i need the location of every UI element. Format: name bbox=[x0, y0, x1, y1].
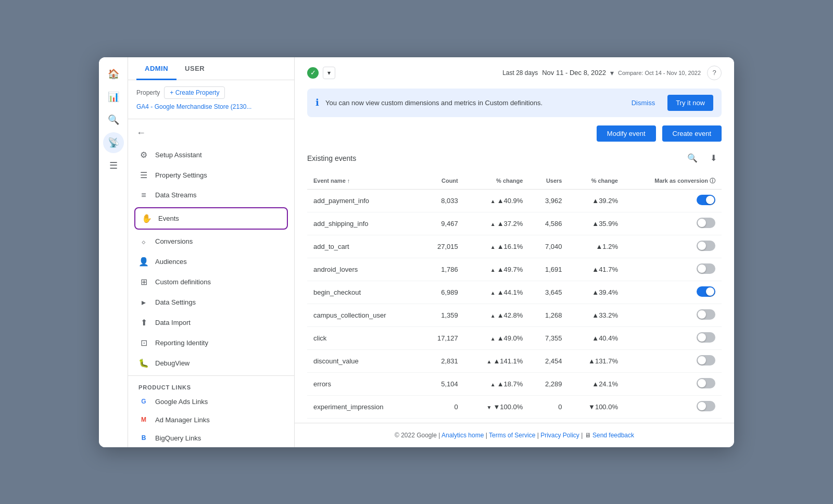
download-icon[interactable]: ⬇ bbox=[705, 150, 722, 167]
modify-event-button[interactable]: Modify event bbox=[597, 125, 656, 142]
conversion-toggle-cell[interactable] bbox=[624, 258, 722, 281]
nav-data-settings[interactable]: ▸ Data Settings bbox=[128, 292, 294, 312]
nav-custom-definitions[interactable]: ⊞ Custom definitions bbox=[128, 272, 294, 292]
events-section: Modify event Create event Existing event… bbox=[295, 121, 734, 423]
conversion-toggle-cell[interactable] bbox=[624, 326, 722, 349]
help-icon[interactable]: ? bbox=[707, 66, 722, 80]
arrow-down-icon: ▼ bbox=[487, 403, 500, 411]
count-cell: 1,786 bbox=[420, 258, 464, 281]
property-dropdown[interactable]: ▾ bbox=[323, 67, 335, 79]
property-label: Property bbox=[136, 89, 160, 96]
toggle-slider bbox=[697, 332, 715, 343]
table-row: begin_checkout 6,989 ▲44.1% 3,645 ▲39.4% bbox=[307, 281, 722, 304]
explore-icon[interactable]: 🔍 bbox=[103, 109, 124, 130]
toggle-slider bbox=[697, 401, 715, 411]
arrow-up-icon: ▲ bbox=[490, 266, 504, 273]
col-conversion: Mark as conversion ⓘ bbox=[624, 173, 722, 190]
conversion-toggle[interactable] bbox=[697, 378, 715, 388]
reports-icon[interactable]: 📊 bbox=[103, 86, 124, 107]
conversion-toggle[interactable] bbox=[697, 218, 715, 228]
conversion-toggle[interactable] bbox=[697, 332, 715, 343]
nav-bigquery-links[interactable]: B BigQuery Links bbox=[128, 429, 294, 447]
table-row: discount_value 2,831 ▲141.1% 2,454 ▲131.… bbox=[307, 349, 722, 372]
arrow-up-icon: ▲ bbox=[592, 311, 599, 319]
conversion-toggle-cell[interactable] bbox=[624, 349, 722, 372]
configure-icon[interactable]: ☰ bbox=[103, 155, 124, 176]
col-change: % change bbox=[464, 173, 529, 190]
change-cell: ▲37.2% bbox=[464, 212, 529, 235]
advertising-icon[interactable]: 📡 bbox=[103, 132, 124, 153]
create-property-button[interactable]: + Create Property bbox=[164, 86, 225, 99]
home-icon[interactable]: 🏠 bbox=[103, 64, 124, 84]
arrow-up-icon: ▲ bbox=[592, 380, 599, 388]
conversion-toggle[interactable] bbox=[697, 355, 715, 366]
nav-data-streams[interactable]: ≡ Data Streams bbox=[128, 185, 294, 205]
back-button[interactable]: ← bbox=[128, 121, 294, 145]
nav-bigquery-label: BigQuery Links bbox=[155, 434, 201, 442]
table-row: errors 5,104 ▲18.7% 2,289 ▲24.1% bbox=[307, 372, 722, 395]
nav-conversions[interactable]: ⬦ Conversions bbox=[128, 232, 294, 251]
tab-admin[interactable]: ADMIN bbox=[136, 57, 176, 80]
date-range-label: Last 28 days bbox=[502, 69, 538, 77]
conversion-toggle-cell[interactable] bbox=[624, 372, 722, 395]
arrow-up-icon: ▲ bbox=[592, 197, 599, 205]
nav-property-settings[interactable]: ☰ Property Settings bbox=[128, 165, 294, 185]
nav-ad-manager-links[interactable]: M Ad Manager Links bbox=[128, 411, 294, 429]
divider bbox=[128, 119, 294, 119]
side-nav: 🏠 📊 🔍 📡 ☰ bbox=[99, 57, 128, 447]
nav-debug-view[interactable]: 🐛 DebugView bbox=[128, 353, 294, 373]
data-import-icon: ⬆ bbox=[138, 318, 149, 327]
search-icon[interactable]: 🔍 bbox=[684, 150, 701, 167]
table-row: android_lovers 1,786 ▲49.7% 1,691 ▲41.7% bbox=[307, 258, 722, 281]
col-count[interactable]: Count bbox=[420, 173, 464, 190]
toggle-slider bbox=[697, 241, 715, 251]
nav-events[interactable]: ✋ Events bbox=[134, 207, 288, 230]
change-cell: ▲40.9% bbox=[464, 189, 529, 212]
conversion-toggle-cell[interactable] bbox=[624, 304, 722, 326]
col-users[interactable]: Users bbox=[529, 173, 568, 190]
nav-reporting-identity[interactable]: ⊡ Reporting Identity bbox=[128, 333, 294, 353]
conversion-toggle-cell[interactable] bbox=[624, 212, 722, 235]
privacy-link[interactable]: Privacy Policy bbox=[540, 432, 579, 439]
conversion-toggle[interactable] bbox=[697, 309, 715, 320]
event-name-cell: discount_value bbox=[307, 349, 420, 372]
date-compare: Compare: Oct 14 - Nov 10, 2022 bbox=[618, 70, 701, 76]
try-now-button[interactable]: Try it now bbox=[667, 95, 713, 111]
table-row: add_payment_info 8,033 ▲40.9% 3,962 ▲39.… bbox=[307, 189, 722, 212]
nav-setup-assistant[interactable]: ⚙ Setup Assistant bbox=[128, 145, 294, 165]
property-row: Property + Create Property bbox=[128, 80, 294, 103]
create-event-button[interactable]: Create event bbox=[662, 125, 722, 142]
conversion-toggle-cell[interactable] bbox=[624, 281, 722, 304]
event-name-cell: add_shipping_info bbox=[307, 212, 420, 235]
toggle-slider bbox=[697, 286, 715, 297]
count-cell: 5,104 bbox=[420, 372, 464, 395]
count-cell: 17,127 bbox=[420, 326, 464, 349]
date-range-selector[interactable]: Last 28 days Nov 11 - Dec 8, 2022 ▾ Comp… bbox=[502, 69, 701, 77]
analytics-home-link[interactable]: Analytics home bbox=[441, 432, 484, 439]
dismiss-button[interactable]: Dismiss bbox=[625, 96, 662, 110]
account-name[interactable]: GA4 - Google Merchandise Store (2130... bbox=[128, 103, 294, 117]
feedback-link[interactable]: Send feedback bbox=[592, 432, 634, 439]
conversion-toggle[interactable] bbox=[697, 263, 715, 274]
nav-audiences[interactable]: 👤 Audiences bbox=[128, 251, 294, 272]
terms-link[interactable]: Terms of Service bbox=[489, 432, 535, 439]
table-row: add_shipping_info 9,467 ▲37.2% 4,586 ▲35… bbox=[307, 212, 722, 235]
conversion-toggle[interactable] bbox=[697, 241, 715, 251]
nav-google-ads-label: Google Ads Links bbox=[155, 398, 208, 406]
conversion-toggle-cell[interactable] bbox=[624, 189, 722, 212]
nav-google-ads-links[interactable]: G Google Ads Links bbox=[128, 393, 294, 411]
users-cell: 4,586 bbox=[529, 212, 568, 235]
conversion-toggle[interactable] bbox=[697, 286, 715, 297]
nav-data-import[interactable]: ⬆ Data Import bbox=[128, 312, 294, 333]
google-ads-icon: G bbox=[138, 398, 149, 405]
tab-user[interactable]: USER bbox=[176, 57, 213, 80]
conversion-toggle[interactable] bbox=[697, 401, 715, 411]
arrow-up-icon: ▲ bbox=[592, 266, 599, 273]
arrow-up-icon: ▲ bbox=[588, 357, 595, 365]
conversion-toggle[interactable] bbox=[697, 195, 715, 205]
conversion-toggle-cell[interactable] bbox=[624, 235, 722, 258]
toggle-slider bbox=[697, 218, 715, 228]
users-cell: 0 bbox=[529, 395, 568, 418]
conversion-toggle-cell[interactable] bbox=[624, 395, 722, 418]
col-event-name[interactable]: Event name ↑ bbox=[307, 173, 420, 190]
